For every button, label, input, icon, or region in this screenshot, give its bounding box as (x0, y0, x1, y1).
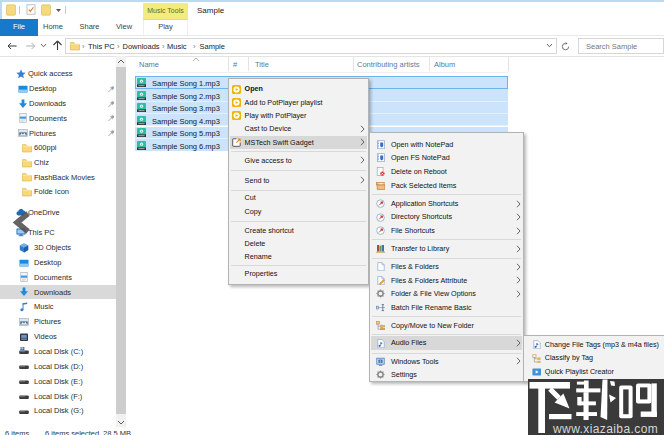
svg-text:www.xiazaiba.com: www.xiazaiba.com (552, 422, 658, 435)
